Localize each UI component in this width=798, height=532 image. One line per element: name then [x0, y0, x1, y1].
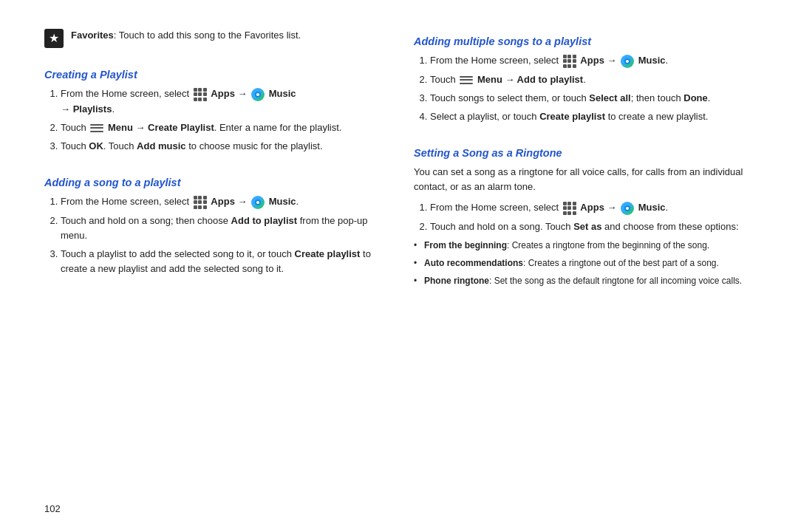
page: ★ Favorites: Touch to add this song to t…	[0, 0, 798, 532]
favorites-text: Favorites: Touch to add this song to the…	[71, 28, 301, 43]
music-icon-1	[250, 87, 265, 102]
step-3: Touch a playlist to add the selected son…	[61, 247, 384, 276]
page-number: 102	[44, 503, 61, 514]
step-1: From the Home screen, select Apps → Musi…	[430, 53, 754, 69]
apps-grid-icon-4	[562, 201, 577, 216]
music-icon-2	[250, 195, 265, 210]
menu-icon-1	[89, 123, 104, 133]
adding-multiple-steps: From the Home screen, select Apps → Musi…	[414, 53, 754, 124]
adding-song-title: Adding a song to a playlist	[44, 177, 384, 188]
step-2: Touch Menu → Add to playlist.	[430, 72, 754, 87]
menu-icon-2	[459, 75, 474, 85]
setting-ringtone-title: Setting a Song as a Ringtone	[414, 147, 754, 159]
favorites-label: Favorites	[71, 30, 114, 41]
ringtone-intro: You can set a song as a ringtone for all…	[414, 165, 754, 194]
favorites-description: : Touch to add this song to the Favorite…	[114, 30, 301, 41]
step-1: From the Home screen, select Apps → Musi…	[61, 194, 384, 210]
music-icon-3	[620, 54, 635, 69]
step-1: From the Home screen, select Apps → Musi…	[61, 86, 384, 117]
left-column: ★ Favorites: Touch to add this song to t…	[44, 28, 384, 504]
apps-grid-icon	[193, 87, 208, 102]
music-icon-4	[620, 201, 635, 216]
favorites-row: ★ Favorites: Touch to add this song to t…	[44, 28, 384, 48]
creating-playlist-steps: From the Home screen, select Apps → Musi…	[44, 86, 384, 154]
creating-playlist-section: Creating a Playlist From the Home screen…	[44, 61, 384, 157]
step-2: Touch and hold on a song. Touch Set as a…	[430, 219, 754, 234]
bullet-phone-ringtone: Phone ringtone: Set the song as the defa…	[414, 274, 754, 287]
ringtone-bullets: From the beginning: Creates a ringtone f…	[414, 239, 754, 287]
step-2: Touch and hold on a song; then choose Ad…	[61, 214, 384, 243]
step-2: Touch Menu → Create Playlist. Enter a na…	[61, 120, 384, 135]
ringtone-steps: From the Home screen, select Apps → Musi…	[414, 200, 754, 234]
adding-song-steps: From the Home screen, select Apps → Musi…	[44, 194, 384, 276]
step-1: From the Home screen, select Apps → Musi…	[430, 200, 754, 216]
right-column: Adding multiple songs to a playlist From…	[414, 28, 754, 504]
step-3: Touch OK. Touch Add music to choose musi…	[61, 139, 384, 154]
adding-multiple-title: Adding multiple songs to a playlist	[414, 35, 754, 47]
step-3: Touch songs to select them, or touch Sel…	[430, 91, 754, 106]
apps-grid-icon-2	[193, 195, 208, 210]
adding-song-section: Adding a song to a playlist From the Hom…	[44, 169, 384, 280]
step-4: Select a playlist, or touch Create playl…	[430, 109, 754, 124]
creating-playlist-title: Creating a Playlist	[44, 69, 384, 81]
star-icon: ★	[44, 29, 64, 48]
apps-grid-icon-3	[562, 54, 577, 69]
bullet-from-beginning: From the beginning: Creates a ringtone f…	[414, 239, 754, 252]
content-area: ★ Favorites: Touch to add this song to t…	[44, 28, 754, 504]
bullet-auto-recommendations: Auto recommendations: Creates a ringtone…	[414, 256, 754, 270]
adding-multiple-section: Adding multiple songs to a playlist From…	[414, 28, 754, 128]
setting-ringtone-section: Setting a Song as a Ringtone You can set…	[414, 140, 754, 292]
